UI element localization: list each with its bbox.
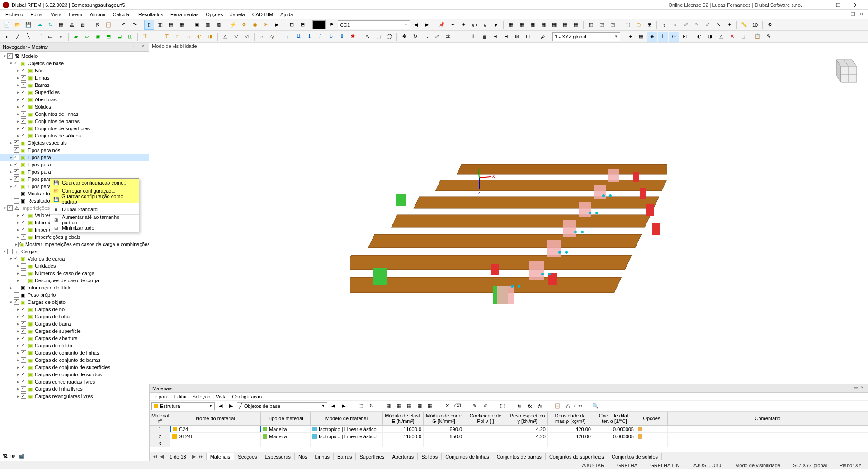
tree-item[interactable]: ▸▣Cargas de sólido [0,342,149,349]
panel-tab[interactable]: Aberturas [388,453,418,460]
align-b-icon[interactable]: ⫴ [468,32,478,42]
menu-ajuda[interactable]: Ajuda [277,11,297,18]
support-b-icon[interactable]: ▽ [231,32,241,42]
flag-icon[interactable]: ⚑ [327,20,337,30]
panel-menu-edit[interactable]: Editar [174,394,187,399]
menu-resultados[interactable]: Resultados [135,11,167,18]
grid-4-icon[interactable]: ▦ [538,20,548,30]
layout-a-icon[interactable]: ▣ [192,20,202,30]
snap-obj-icon[interactable]: ⊙ [669,32,679,42]
cloud-icon[interactable]: ☁ [34,20,44,30]
menu-vista[interactable]: Vista [47,11,65,18]
settings-icon[interactable]: ⚙ [765,20,775,30]
rect-icon[interactable]: ▭ [45,32,55,42]
label-icon[interactable]: 🏷 [469,20,479,30]
menu-cadbim[interactable]: CAD-BIM [249,11,277,18]
mdi-minimize-icon[interactable]: — [842,11,848,18]
panel-tab[interactable]: Conjuntos de sólidos [608,453,662,460]
sun-icon[interactable]: ☀ [261,20,271,30]
surface-icon[interactable]: ▰ [71,32,81,42]
toggle-2-icon[interactable]: ⊟ [297,20,307,30]
new-file-icon[interactable]: 📄 [2,20,12,30]
plate-icon[interactable]: ◫ [125,32,135,42]
tree-special-objects[interactable]: ▸▣Objetos especiais [0,139,149,147]
panel-tab[interactable]: Conjuntos de superfícies [545,453,608,460]
view-4-icon[interactable]: ▦ [177,20,187,30]
col-shear-mod[interactable]: Módulo de corte G [N/mm²] [424,412,464,425]
sb-grelha[interactable]: GRELHA [614,463,640,468]
grid-7-icon[interactable]: ▦ [571,20,581,30]
tree-self-weight[interactable]: ▣Peso próprio [0,291,149,298]
maximize-button[interactable] [829,0,847,9]
tree-item[interactable]: ▸▣Cargas retangulares livres [0,393,149,400]
layout-c-icon[interactable]: ▧ [213,20,223,30]
minimize-button[interactable] [811,0,829,9]
misc-d-icon[interactable]: ✕ [727,32,737,42]
load-c-icon[interactable]: ⬇ [304,32,314,42]
move-icon[interactable]: ✥ [399,32,409,42]
tree-item[interactable]: ▸▣Cargas de conjunto de linhas [0,349,149,356]
refresh-icon[interactable]: ↻ [45,20,55,30]
menu-opcoes[interactable]: Opções [202,11,226,18]
check-icon[interactable]: ⚡ [228,20,238,30]
polyline-icon[interactable]: ╲ [24,32,33,42]
grid-1-icon[interactable]: ▦ [506,20,516,30]
close-button[interactable] [847,0,865,9]
panel-tab[interactable]: Secções [234,453,261,460]
menu-janela[interactable]: Janela [226,11,248,18]
gear-icon[interactable]: ⚙ [239,20,249,30]
panel-unit-icon[interactable]: 0.00 [574,402,583,411]
tree-item[interactable]: ▸▣Imperfeições globais [0,233,149,241]
tree-types-para-1[interactable]: ▸▣Tipos para [0,161,149,168]
menu-inserir[interactable]: Inserir [65,11,86,18]
sb-ajustar[interactable]: AJUSTAR [580,463,607,468]
undo-icon[interactable]: ↶ [118,20,128,30]
tree-item[interactable]: ▸▣Cargas de conjunto de superfícies [0,364,149,371]
align-d-icon[interactable]: ⊞ [490,32,500,42]
col-poisson[interactable]: Coeficiente de Poi ν [-] [464,412,507,425]
panel-menu-select[interactable]: Seleção [193,394,211,399]
panel-tab[interactable]: Conjuntos de barras [493,453,546,460]
navigator-pin-icon[interactable]: ▭ [132,44,138,50]
opening-icon[interactable]: ▱ [82,32,92,42]
panel-fx-icon[interactable]: fx [515,402,524,411]
panel-sel-icon[interactable]: ⬚ [498,402,507,411]
axis-c-icon[interactable]: ⤡ [713,20,723,30]
section-e-icon[interactable]: ○ [184,32,193,42]
axis-z-icon[interactable]: ⤢ [681,20,691,30]
nav-footer-icon-1[interactable]: 🏗 [3,454,8,459]
tree-item[interactable]: ▸▣Cargas de conjunto de sólidos [0,371,149,378]
tree-item[interactable]: ▸▣Descrições de caso de carga [0,277,149,284]
tree-item[interactable]: ▸▣Cargas de superfície [0,327,149,335]
arc-icon[interactable]: ⌒ [34,32,44,42]
ruler-icon[interactable]: 📏 [739,20,749,30]
tree-item[interactable]: ▸▣Cargas de barra [0,320,149,327]
align-c-icon[interactable]: ⫼ [479,32,489,42]
print-preview-icon[interactable]: 🗎 [78,20,88,30]
panel-refresh-icon[interactable]: ↻ [367,402,376,411]
axis-d-icon[interactable]: ✦ [724,20,734,30]
tree-item[interactable]: ▸▣Barras [0,81,149,89]
offset-icon[interactable]: ⇉ [443,32,453,42]
navigator-tree[interactable]: ▾🏗Modelo ▾▣Objetos de base ▸▣Nós▸▣Linhas… [0,52,149,451]
tree-item[interactable]: ▸▣Superfícies [0,89,149,96]
navigator-close-icon[interactable]: ✕ [140,44,146,50]
dim-label-icon[interactable]: 10 [750,20,760,30]
panel-menu-view[interactable]: Vista [216,394,226,399]
ortho-icon[interactable]: ⊥ [658,32,668,42]
table-row[interactable]: 2GL24hMadeiraIsotrópico | Linear elástic… [150,433,868,440]
load-b-icon[interactable]: ⇊ [293,32,303,42]
table-icon[interactable]: ▦ [56,20,66,30]
panel-export-icon[interactable]: ⎙ [563,402,572,411]
tree-types-para-0[interactable]: ▸▣Tipos para [0,154,149,161]
panel-next-icon[interactable]: ▶ [226,402,236,411]
panel-fx2-icon[interactable]: fx [525,402,534,411]
section-a-icon[interactable]: 工 [140,32,150,42]
nav-footer-icon-3[interactable]: 📹 [18,453,24,459]
col-elastic-mod[interactable]: Módulo de elast. E [N/mm²] [383,412,424,425]
tree-item[interactable]: ▸▣Unidades [0,262,149,270]
tree-item[interactable]: ▸▣Números de caso de carga [0,270,149,277]
view-2-icon[interactable]: ▯▯ [155,20,165,30]
col-spec-weight[interactable]: Peso específico γ [kN/m³] [507,412,548,425]
axis-x-icon[interactable]: ↕ [659,20,669,30]
